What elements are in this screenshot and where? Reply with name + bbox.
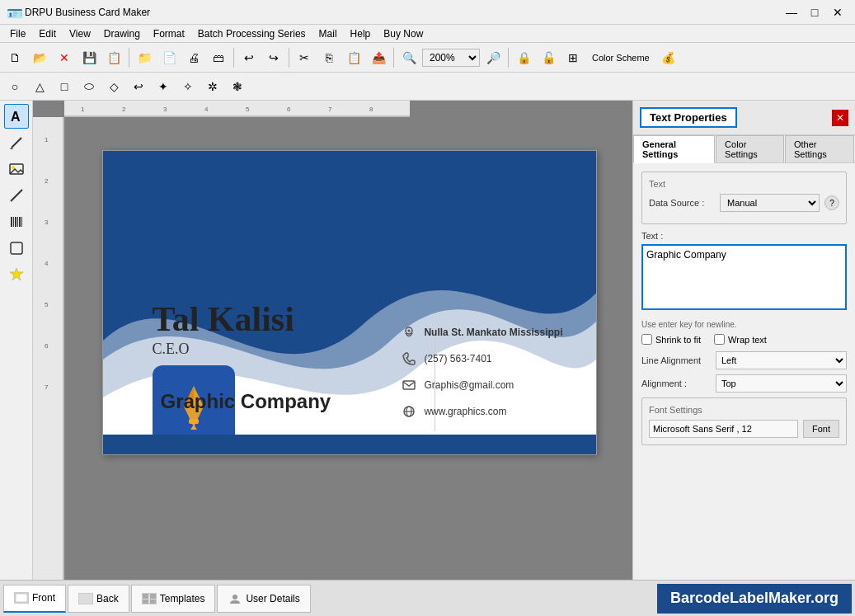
wrap-text-checkbox[interactable]: Wrap text xyxy=(714,334,767,345)
svg-rect-36 xyxy=(189,419,199,424)
menu-buynow[interactable]: Buy Now xyxy=(377,26,430,41)
diamond-tool[interactable]: ◇ xyxy=(102,75,125,98)
lock-button[interactable]: 🔒 xyxy=(512,46,535,69)
grid-button[interactable]: ⊞ xyxy=(561,46,585,69)
arrow-tool[interactable]: ↩ xyxy=(127,75,150,98)
business-card-container[interactable]: Tal Kalisi C.E.O Graphic Company xyxy=(102,142,597,455)
triangle-tool[interactable]: △ xyxy=(28,75,51,98)
phone-icon xyxy=(401,350,417,367)
color-scheme-button[interactable]: Color Scheme xyxy=(586,46,655,69)
rect-tool[interactable]: □ xyxy=(53,75,76,98)
shrink-to-fit-checkbox[interactable]: Shrink to fit xyxy=(641,334,701,345)
redo-button[interactable]: ↪ xyxy=(262,46,285,69)
tab-general-settings[interactable]: General Settings xyxy=(633,135,715,163)
tab-color-settings[interactable]: Color Settings xyxy=(716,135,784,162)
line-tool-button[interactable] xyxy=(4,183,29,208)
zoom-in-button[interactable]: 🔎 xyxy=(482,46,505,69)
svg-point-4 xyxy=(12,166,15,169)
zoom-select[interactable]: 200% xyxy=(422,49,480,67)
left-toolbar: A xyxy=(0,101,33,580)
flower-tool[interactable]: ❃ xyxy=(226,75,249,98)
image-insert-button[interactable] xyxy=(4,157,29,181)
business-card[interactable]: Tal Kalisi C.E.O Graphic Company xyxy=(102,150,597,455)
oval-tool[interactable]: ⬭ xyxy=(78,75,101,98)
tab-templates[interactable]: Templates xyxy=(131,585,216,613)
wrap-text-input[interactable] xyxy=(714,334,725,345)
account-button[interactable]: 💰 xyxy=(657,46,680,69)
contact-website-row: www.graphics.com xyxy=(401,403,562,420)
svg-rect-46 xyxy=(78,593,93,604)
menu-mail[interactable]: Mail xyxy=(312,26,344,41)
data-source-select[interactable]: Manual From File Database xyxy=(720,194,820,212)
svg-rect-49 xyxy=(150,594,156,599)
svg-text:3: 3 xyxy=(163,106,167,113)
open-folder-button[interactable]: 📁 xyxy=(133,46,156,69)
circle-tool[interactable]: ○ xyxy=(3,75,26,98)
tab-user-details[interactable]: User Details xyxy=(217,585,310,613)
data-source-help-button[interactable]: ? xyxy=(824,195,839,210)
star8-tool[interactable]: ✲ xyxy=(201,75,224,98)
font-button[interactable]: Font xyxy=(803,420,839,438)
bottom-bar: Front Back Templates User Details Barcod… xyxy=(0,580,855,616)
text-tool-button[interactable]: A xyxy=(4,104,29,129)
menu-drawing[interactable]: Drawing xyxy=(97,26,147,41)
page-button[interactable]: 📄 xyxy=(157,46,181,69)
maximize-button[interactable]: □ xyxy=(804,3,825,21)
panel-content: Text Data Source : Manual From File Data… xyxy=(633,163,855,580)
unlock-button[interactable]: 🔓 xyxy=(537,46,560,69)
svg-text:2: 2 xyxy=(122,106,126,113)
open-button[interactable]: 📂 xyxy=(28,46,51,69)
menu-format[interactable]: Format xyxy=(147,26,191,41)
sep4 xyxy=(393,48,394,68)
tab-front[interactable]: Front xyxy=(3,585,66,613)
checkbox-row: Shrink to fit Wrap text xyxy=(641,334,847,345)
alignment-select[interactable]: Top Middle Bottom xyxy=(716,374,847,393)
star6-tool[interactable]: ✧ xyxy=(176,75,200,98)
shapebar: ○ △ □ ⬭ ◇ ↩ ✦ ✧ ✲ ❃ xyxy=(0,73,855,101)
font-value-input[interactable] xyxy=(649,420,798,438)
star5-tool[interactable]: ✦ xyxy=(152,75,175,98)
undo-button[interactable]: ↩ xyxy=(237,46,261,69)
new-button[interactable]: 🗋 xyxy=(3,46,26,69)
star-insert-button[interactable] xyxy=(4,262,29,287)
menu-batch[interactable]: Batch Processing Series xyxy=(191,26,312,41)
sep3 xyxy=(289,48,289,68)
canvas-area[interactable]: 1 2 3 4 5 6 7 8 9 10 1 2 3 4 5 6 7 xyxy=(33,101,632,580)
svg-rect-7 xyxy=(13,217,14,227)
svg-text:1: 1 xyxy=(45,136,49,143)
menu-file[interactable]: File xyxy=(3,26,32,41)
line-alignment-select[interactable]: Left Center Right xyxy=(716,351,847,369)
email-icon xyxy=(401,377,417,393)
tab-back[interactable]: Back xyxy=(68,585,129,613)
save-as-button[interactable]: 📋 xyxy=(102,46,125,69)
cut-button[interactable]: ✂ xyxy=(293,46,316,69)
menu-view[interactable]: View xyxy=(63,26,97,41)
paste-button[interactable]: 📋 xyxy=(342,46,365,69)
font-section: Font Settings Font xyxy=(641,397,847,445)
svg-rect-9 xyxy=(17,217,18,227)
close-doc-button[interactable]: ✕ xyxy=(53,46,76,69)
tab-other-settings[interactable]: Other Settings xyxy=(785,135,854,162)
print-button[interactable]: 🖨 xyxy=(182,46,205,69)
barcode-tool-button[interactable] xyxy=(4,209,29,234)
shrink-to-fit-input[interactable] xyxy=(641,334,652,345)
zoom-out-button[interactable]: 🔍 xyxy=(397,46,420,69)
database-button[interactable]: 🗃 xyxy=(207,46,230,69)
shape-insert-button[interactable] xyxy=(4,236,29,261)
card-job-title: C.E.O xyxy=(153,341,190,358)
card-contact-info: Nulla St. Mankato Mississippi (257) 563-… xyxy=(401,324,562,420)
svg-text:5: 5 xyxy=(246,106,250,113)
panel-header: Text Properties ✕ xyxy=(633,101,855,135)
save-button[interactable]: 💾 xyxy=(78,46,101,69)
close-button[interactable]: ✕ xyxy=(827,3,848,21)
pencil-tool-button[interactable] xyxy=(4,130,29,155)
minimize-button[interactable]: — xyxy=(781,3,802,21)
text-input[interactable]: Graphic Company xyxy=(641,244,847,310)
copy-button[interactable]: ⎘ xyxy=(317,46,341,69)
export-button[interactable]: 📤 xyxy=(367,46,390,69)
panel-close-button[interactable]: ✕ xyxy=(832,110,848,126)
back-tab-icon xyxy=(78,593,93,604)
svg-text:1: 1 xyxy=(81,106,85,113)
menu-edit[interactable]: Edit xyxy=(32,26,63,41)
menu-help[interactable]: Help xyxy=(344,26,378,41)
